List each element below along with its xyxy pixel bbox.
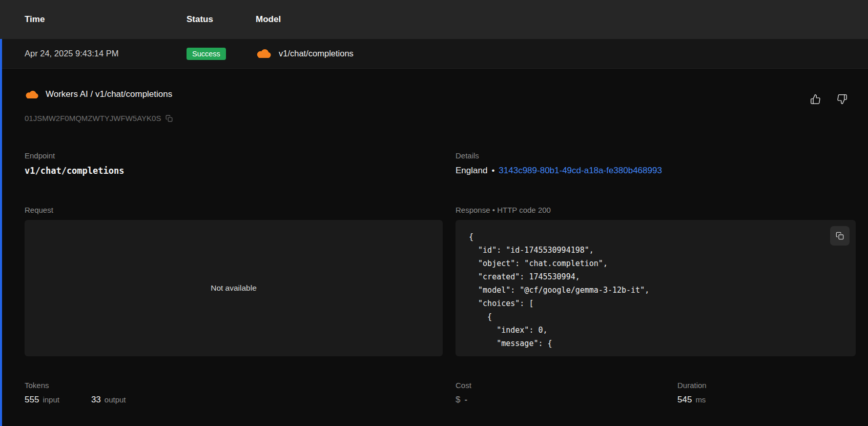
copy-response-button[interactable] bbox=[830, 226, 850, 246]
tokens-output-label: output bbox=[105, 395, 126, 404]
duration-value: 545 bbox=[677, 395, 692, 405]
request-section: Request Not available bbox=[25, 206, 443, 356]
cost-value-row: $ - bbox=[456, 395, 677, 405]
log-row[interactable]: Apr 24, 2025 9:43:14 PM Success v1/chat/… bbox=[2, 39, 868, 69]
tokens-label: Tokens bbox=[25, 381, 443, 390]
status-badge: Success bbox=[187, 48, 226, 60]
feedback-buttons bbox=[805, 89, 852, 109]
details-label: Details bbox=[456, 151, 856, 160]
detail-header: Workers AI / v1/chat/completions bbox=[25, 89, 856, 109]
log-id-row: 01JSMW2F0MQMZWTYJWFW5AYK0S bbox=[25, 114, 856, 123]
detail-title: Workers AI / v1/chat/completions bbox=[46, 89, 172, 99]
log-time: Apr 24, 2025 9:43:14 PM bbox=[25, 49, 187, 58]
detail-title-wrap: Workers AI / v1/chat/completions bbox=[25, 89, 172, 99]
column-header-model: Model bbox=[256, 14, 868, 25]
log-status-cell: Success bbox=[187, 48, 256, 60]
request-label: Request bbox=[25, 206, 443, 214]
duration-unit: ms bbox=[695, 395, 706, 404]
log-model-cell: v1/chat/completions bbox=[256, 49, 868, 58]
cost-stat: Cost $ - bbox=[456, 381, 677, 405]
response-panel[interactable]: { "id": "id-1745530994198", "object": "c… bbox=[456, 220, 856, 356]
thumbs-down-button[interactable] bbox=[832, 89, 852, 109]
copy-log-id-button[interactable] bbox=[166, 115, 173, 122]
log-detail-panel: Workers AI / v1/chat/completions 01JSMW2… bbox=[2, 69, 868, 405]
details-value: England • 3143c989-80b1-49cd-a18a-fe380b… bbox=[456, 166, 856, 176]
details-separator: • bbox=[491, 166, 494, 176]
duration-label: Duration bbox=[677, 381, 856, 390]
cloudflare-icon bbox=[256, 49, 271, 58]
tokens-input-label: input bbox=[43, 395, 59, 404]
detail-grid: Endpoint v1/chat/completions Details Eng… bbox=[25, 151, 856, 356]
thumbs-up-icon bbox=[810, 94, 821, 105]
cost-label: Cost bbox=[456, 381, 677, 390]
duration-value-row: 545 ms bbox=[677, 395, 856, 405]
log-id: 01JSMW2F0MQMZWTYJWFW5AYK0S bbox=[25, 114, 161, 123]
copy-icon bbox=[836, 232, 844, 240]
stats-row: Tokens 555 input 33 output Cost $ - bbox=[25, 381, 856, 405]
endpoint-section: Endpoint v1/chat/completions bbox=[25, 151, 443, 176]
stats-right: Cost $ - Duration 545 ms bbox=[456, 381, 856, 405]
response-json: { "id": "id-1745530994198", "object": "c… bbox=[469, 230, 842, 350]
ray-id-link[interactable]: 3143c989-80b1-49cd-a18a-fe380b468993 bbox=[499, 166, 662, 176]
details-location: England bbox=[456, 166, 487, 176]
column-header-time: Time bbox=[25, 14, 187, 25]
response-label: Response • HTTP code 200 bbox=[456, 206, 856, 214]
log-model: v1/chat/completions bbox=[279, 49, 354, 58]
tokens-values: 555 input 33 output bbox=[25, 395, 443, 405]
endpoint-label: Endpoint bbox=[25, 151, 443, 160]
log-table-header: Time Status Model bbox=[0, 0, 868, 39]
tokens-stat: Tokens 555 input 33 output bbox=[25, 381, 443, 405]
duration-stat: Duration 545 ms bbox=[677, 381, 856, 405]
cost-value: - bbox=[464, 395, 467, 405]
selected-log-indicator bbox=[0, 39, 2, 426]
endpoint-value: v1/chat/completions bbox=[25, 166, 443, 176]
request-not-available: Not available bbox=[211, 283, 257, 293]
cost-currency: $ bbox=[456, 395, 460, 405]
request-panel: Not available bbox=[25, 220, 443, 356]
tokens-input-value: 555 bbox=[25, 395, 39, 405]
thumbs-up-button[interactable] bbox=[805, 89, 825, 109]
copy-icon bbox=[166, 115, 173, 122]
response-section: Response • HTTP code 200 { "id": "id-174… bbox=[456, 206, 856, 356]
cloudflare-icon bbox=[25, 90, 38, 99]
details-section: Details England • 3143c989-80b1-49cd-a18… bbox=[456, 151, 856, 176]
tokens-output-value: 33 bbox=[91, 395, 101, 405]
thumbs-down-icon bbox=[837, 94, 848, 105]
expanded-log-container: Apr 24, 2025 9:43:14 PM Success v1/chat/… bbox=[0, 39, 868, 426]
column-header-status: Status bbox=[187, 14, 256, 25]
